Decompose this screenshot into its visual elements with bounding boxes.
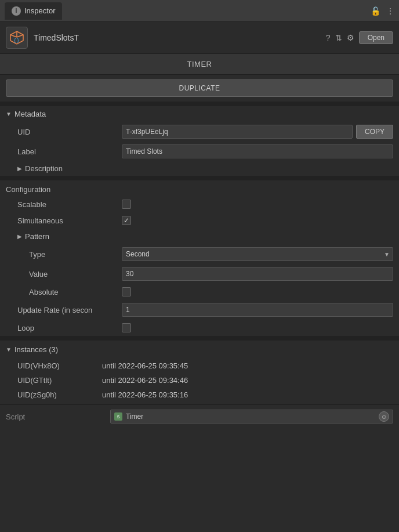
update-rate-label: Update Rate (in secon [17,306,122,314]
instance-row-1: UID(GTtlt) until 2022-06-25 09:34:46 [0,373,399,388]
scalable-checkbox[interactable] [122,200,131,209]
tab-bar: i Inspector 🔓 ⋮ [0,0,399,22]
pattern-label: Pattern [25,232,49,241]
label-input[interactable] [122,144,393,158]
description-header[interactable]: ▶ Description [0,161,399,176]
pattern-absolute-checkbox[interactable] [122,287,131,296]
open-button[interactable]: Open [359,31,393,44]
tab-actions: 🔓 ⋮ [371,6,394,16]
instance-value-0: until 2022-06-25 09:35:45 [102,361,188,370]
pattern-absolute-checkbox-wrapper [122,287,131,296]
svg-line-2 [10,35,17,37]
pattern-absolute-label: Absolute [29,288,122,296]
instance-value-1: until 2022-06-25 09:34:46 [102,376,188,385]
pattern-absolute-row: Absolute [0,284,399,300]
loop-row: Loop [0,320,399,336]
metadata-arrow: ▼ [6,111,12,117]
update-rate-value-wrapper [122,303,393,317]
scalable-row: Scalable [0,196,399,212]
instance-uid-1: UID(GTtlt) [17,376,93,385]
pattern-type-select[interactable]: Second Minute Hour Day Week [122,247,393,261]
script-target-button[interactable]: ⊙ [379,411,389,422]
pattern-type-select-wrapper: Second Minute Hour Day Week ▼ [122,247,393,261]
instance-value-2: until 2022-06-25 09:35:16 [102,390,188,399]
pattern-arrow: ▶ [17,233,22,240]
timer-section-label: TIMER [0,54,399,75]
main-content: TIMER DUPLICATE ▼ Metadata UID COPY Labe… [0,54,399,530]
instance-row-2: UID(zSg0h) until 2022-06-25 09:35:16 [0,388,399,402]
instances-label: Instances (3) [14,345,58,354]
instance-uid-2: UID(zSg0h) [17,390,93,399]
uid-row: UID COPY [0,122,399,142]
script-row: Script s Timer ⊙ [0,404,399,428]
divider-3 [0,336,399,341]
simultaneous-row: Simultaneous [0,212,399,229]
scalable-label: Scalable [17,200,122,209]
scalable-checkbox-wrapper [122,200,393,209]
svg-line-3 [17,35,23,37]
simultaneous-label: Simultaneous [17,216,122,225]
loop-checkbox[interactable] [122,323,131,332]
duplicate-button[interactable]: DUPLICATE [6,79,393,97]
settings-sliders-icon[interactable]: ⇅ [335,33,342,42]
update-rate-input[interactable] [122,303,393,317]
help-icon[interactable]: ? [326,33,331,42]
tab-label: Inspector [24,6,55,15]
script-value-wrapper: s Timer ⊙ [110,410,393,424]
metadata-label: Metadata [14,110,46,118]
uid-input[interactable] [122,125,353,139]
pattern-type-label: Type [29,250,122,259]
info-icon: i [12,6,21,16]
script-field-label: Script [6,412,110,421]
simultaneous-checkbox-wrapper [122,216,393,225]
loop-label: Loop [17,324,122,332]
divider-1 [0,102,399,106]
uid-field-label: UID [17,128,122,136]
title-row: {} TimedSlotsT ? ⇅ ⚙ Open [0,22,399,54]
instances-arrow: ▼ [6,346,12,353]
loop-checkbox-wrapper [122,323,393,332]
configuration-label: Configuration [6,185,50,194]
copy-button[interactable]: COPY [356,125,393,139]
gear-icon[interactable]: ⚙ [347,33,354,42]
description-label: Description [25,164,63,173]
svg-text:{}: {} [13,38,20,44]
pattern-value-input[interactable] [122,267,393,281]
pattern-value-label: Value [29,270,122,278]
update-rate-row: Update Rate (in secon [0,300,399,320]
instance-uid-0: UID(VHx8O) [17,361,93,370]
script-name: Timer [126,412,375,421]
more-icon[interactable]: ⋮ [386,6,394,16]
pattern-header[interactable]: ▶ Pattern [0,229,399,244]
title-icons: ? ⇅ ⚙ Open [326,31,393,44]
lock-icon[interactable]: 🔓 [371,6,380,16]
label-row: Label [0,142,399,161]
pattern-value-row: Value [0,264,399,284]
inspector-tab[interactable]: i Inspector [5,2,62,20]
instances-section-header[interactable]: ▼ Instances (3) [0,341,399,359]
label-field-label: Label [17,147,122,156]
configuration-header: Configuration [0,180,399,196]
component-icon: {} [6,27,28,49]
component-name: TimedSlotsT [34,33,320,42]
pattern-type-row: Type Second Minute Hour Day Week ▼ [0,244,399,264]
label-field-value [122,144,393,158]
script-file-icon: s [114,412,122,421]
description-arrow: ▶ [17,165,22,172]
divider-2 [0,176,399,180]
instance-row-0: UID(VHx8O) until 2022-06-25 09:35:45 [0,359,399,373]
simultaneous-checkbox[interactable] [122,216,131,225]
metadata-section-header[interactable]: ▼ Metadata [0,106,399,122]
